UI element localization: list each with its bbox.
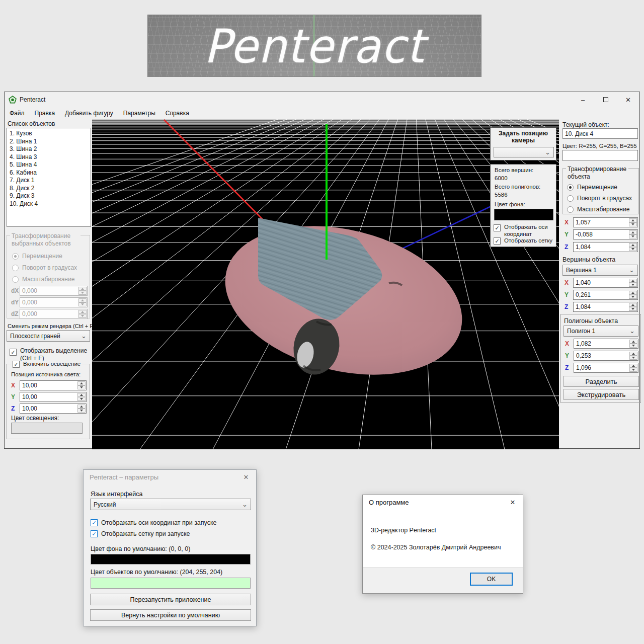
radio-rotate-multi[interactable]: Поворот в градусах <box>12 264 77 271</box>
bg-color-swatch[interactable] <box>494 209 553 220</box>
move-x-value[interactable]: 1,057 <box>574 218 629 227</box>
spin-up-button[interactable] <box>629 352 637 356</box>
enable-lighting-checkbox-row[interactable]: ✓ Включить освещение <box>11 361 82 368</box>
spin-down-button[interactable] <box>629 344 637 348</box>
show-grid-checkbox-row[interactable]: ✓ Отображать сетку <box>494 237 555 245</box>
extrude-button[interactable]: Экструдировать <box>564 389 639 400</box>
radio-move-object[interactable]: Перемещение <box>567 184 617 191</box>
close-button[interactable]: ✕ <box>617 92 639 107</box>
titlebar[interactable]: Penteract – ✕ <box>5 92 639 107</box>
object-list-item[interactable]: 6. Кабина <box>10 169 88 177</box>
objects-listbox[interactable]: 1. Кузов 2. Шина 1 3. Шина 2 4. Шина 3 5… <box>7 128 91 227</box>
language-select[interactable]: Русский ⌄ <box>90 499 251 510</box>
spin-down-button[interactable] <box>78 302 87 306</box>
vertex-select[interactable]: Вершина 1 ⌄ <box>562 265 638 276</box>
object-list-item[interactable]: 3. Шина 2 <box>10 145 88 153</box>
object-list-item[interactable]: 4. Шина 3 <box>10 153 88 162</box>
object-list-item[interactable]: 10. Диск 4 <box>10 200 88 208</box>
spin-up-button[interactable] <box>629 291 637 295</box>
spin-down-button[interactable] <box>629 234 637 238</box>
light-color-swatch[interactable] <box>11 423 83 434</box>
settings-titlebar[interactable]: Penteract – параметры ✕ <box>84 470 256 485</box>
render-mode-select[interactable]: Плоскости граней ⌄ <box>7 330 90 342</box>
radio-dot[interactable] <box>567 206 574 213</box>
spin-up-button[interactable] <box>78 310 87 314</box>
show-grid-checkbox[interactable]: ✓ <box>494 237 501 245</box>
light-z-spinner[interactable]: 10,00 <box>20 404 87 414</box>
menu-help[interactable]: Справка <box>160 108 194 118</box>
startup-axes-checkbox-row[interactable]: ✓ Отображать оси координат при запуске <box>91 519 217 526</box>
move-x-spinner[interactable]: 1,057 <box>573 217 638 227</box>
default-obj-color-swatch[interactable] <box>91 578 251 589</box>
show-axes-checkbox-row[interactable]: ✓ Отображать оси координат <box>494 223 555 237</box>
spin-down-button[interactable] <box>629 356 637 360</box>
enable-lighting-checkbox[interactable]: ✓ <box>13 361 20 368</box>
object-list-item[interactable]: 7. Диск 1 <box>10 177 88 185</box>
spin-down-button[interactable] <box>629 247 637 251</box>
spin-down-button[interactable] <box>629 222 637 226</box>
camera-position-select[interactable]: ⌄ <box>494 147 554 157</box>
light-x-spinner[interactable]: 10,00 <box>20 380 87 390</box>
restart-app-button[interactable]: Перезапустить приложение <box>90 594 251 605</box>
startup-axes-checkbox[interactable]: ✓ <box>91 519 98 526</box>
spin-up-button[interactable] <box>629 279 637 283</box>
spin-up-button[interactable] <box>629 243 637 247</box>
radio-scale-multi[interactable]: Масштабирование <box>12 276 74 283</box>
camera-panel-title[interactable]: Задать позицию камеры <box>491 128 556 144</box>
minimize-button[interactable]: – <box>572 92 594 107</box>
polygon-x-spinner[interactable]: 1,082 <box>574 339 638 349</box>
polygon-y-spinner[interactable]: 0,253 <box>574 351 638 361</box>
vertex-z-spinner[interactable]: 1,084 <box>573 302 638 312</box>
reset-settings-button[interactable]: Вернуть настройки по умолчанию <box>90 609 251 621</box>
spin-up-button[interactable] <box>629 340 637 344</box>
close-icon[interactable]: ✕ <box>503 499 523 506</box>
vertex-x-spinner[interactable]: 1,040 <box>573 278 638 288</box>
polygon-x-value[interactable]: 1,082 <box>574 339 629 348</box>
menu-add-figure[interactable]: Добавить фигуру <box>60 108 118 118</box>
radio-dot[interactable] <box>567 195 574 202</box>
radio-rotate-object[interactable]: Поворот в градусах <box>567 195 632 202</box>
radio-dot[interactable] <box>12 265 19 271</box>
menu-edit[interactable]: Правка <box>30 108 60 118</box>
light-z-value[interactable]: 10,00 <box>20 404 77 413</box>
spin-down-button[interactable] <box>629 283 637 287</box>
object-list-item[interactable]: 8. Диск 2 <box>10 185 88 193</box>
spin-up-button[interactable] <box>78 287 87 291</box>
move-z-value[interactable]: 1,084 <box>574 243 629 252</box>
close-icon[interactable]: ✕ <box>236 473 256 481</box>
spin-up-button[interactable] <box>629 218 637 222</box>
spin-down-button[interactable] <box>77 385 86 389</box>
radio-dot[interactable] <box>12 253 19 260</box>
spin-down-button[interactable] <box>629 307 637 311</box>
polygon-z-value[interactable]: 1,096 <box>574 363 629 372</box>
object-list-item[interactable]: 2. Шина 1 <box>10 138 88 146</box>
dy-value[interactable]: 0,000 <box>20 298 78 307</box>
spin-up-button[interactable] <box>629 303 637 307</box>
polygon-select[interactable]: Полигон 1 ⌄ <box>564 326 638 337</box>
spin-down-button[interactable] <box>77 397 86 401</box>
ok-button[interactable]: OK <box>470 573 513 586</box>
spin-down-button[interactable] <box>629 295 637 299</box>
spin-up-button[interactable] <box>78 298 87 302</box>
radio-dot[interactable] <box>567 184 574 191</box>
maximize-button[interactable] <box>594 92 617 107</box>
light-y-value[interactable]: 10,00 <box>20 392 77 401</box>
dy-spinner[interactable]: 0,000 <box>20 297 88 307</box>
menu-file[interactable]: Файл <box>5 108 30 118</box>
dx-spinner[interactable]: 0,000 <box>20 286 88 296</box>
spin-down-button[interactable] <box>629 368 637 372</box>
radio-move-multi[interactable]: Перемещение <box>12 253 62 260</box>
default-bg-color-swatch[interactable] <box>91 554 251 565</box>
dz-value[interactable]: 0,000 <box>20 309 78 318</box>
move-z-spinner[interactable]: 1,084 <box>573 242 638 252</box>
about-titlebar[interactable]: О программе ✕ <box>363 495 523 510</box>
startup-grid-checkbox[interactable]: ✓ <box>91 530 98 537</box>
object-list-item[interactable]: 9. Диск 3 <box>10 192 88 200</box>
radio-dot[interactable] <box>12 276 19 283</box>
polygon-y-value[interactable]: 0,253 <box>574 351 629 360</box>
show-axes-checkbox[interactable]: ✓ <box>494 224 501 231</box>
spin-up-button[interactable] <box>629 364 637 368</box>
camera-position-panel[interactable]: Задать позицию камеры ⌄ <box>490 127 556 160</box>
light-x-value[interactable]: 10,00 <box>20 381 77 390</box>
menu-parameters[interactable]: Параметры <box>118 108 160 118</box>
